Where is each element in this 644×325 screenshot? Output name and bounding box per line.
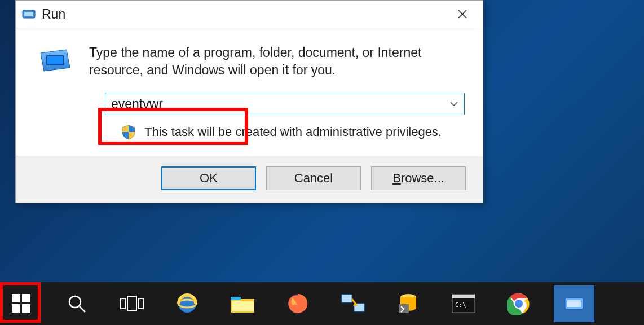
internet-explorer-icon[interactable]: [167, 285, 208, 322]
run-taskbar-icon[interactable]: [554, 285, 594, 322]
close-button[interactable]: [445, 2, 479, 27]
open-combobox[interactable]: [105, 93, 465, 115]
firefox-icon[interactable]: [277, 285, 318, 322]
svg-rect-6: [12, 304, 20, 313]
svg-rect-11: [139, 298, 143, 309]
run-dialog: Run Type the name of a program, fol: [15, 0, 483, 203]
chevron-down-icon[interactable]: [449, 99, 458, 109]
chrome-icon[interactable]: [499, 285, 539, 322]
svg-rect-22: [452, 295, 475, 298]
svg-text:C:\: C:\: [455, 301, 466, 309]
search-button[interactable]: [56, 285, 97, 322]
command-prompt-icon[interactable]: C:\: [443, 285, 484, 322]
open-input[interactable]: [111, 96, 444, 112]
winscp-icon[interactable]: [333, 285, 373, 322]
run-large-icon: [35, 44, 76, 78]
browse-button[interactable]: Browse...: [371, 166, 466, 190]
shield-icon: [121, 124, 136, 140]
admin-privileges-text: This task will be created with administr…: [144, 125, 442, 139]
svg-rect-14: [232, 301, 254, 311]
svg-rect-7: [22, 304, 30, 313]
titlebar[interactable]: Run: [16, 1, 483, 28]
svg-rect-9: [121, 298, 125, 309]
dialog-footer: OK Cancel Browse...: [16, 156, 483, 203]
instruction-text: Type the name of a program, folder, docu…: [89, 44, 450, 79]
run-icon: [21, 8, 36, 20]
taskbar[interactable]: C:\: [0, 282, 644, 325]
ssms-icon[interactable]: [388, 285, 429, 322]
start-button[interactable]: [1, 285, 42, 322]
svg-rect-28: [567, 300, 581, 307]
svg-rect-4: [12, 294, 20, 302]
ok-button[interactable]: OK: [161, 166, 256, 190]
svg-rect-3: [47, 56, 63, 64]
cancel-button[interactable]: Cancel: [266, 166, 361, 190]
svg-rect-1: [24, 12, 33, 16]
file-explorer-icon[interactable]: [222, 285, 263, 322]
task-view-button[interactable]: [112, 285, 152, 322]
svg-rect-17: [342, 295, 352, 302]
svg-rect-10: [127, 296, 136, 311]
svg-rect-15: [231, 297, 241, 300]
dialog-title: Run: [42, 7, 445, 22]
svg-point-8: [69, 296, 81, 308]
svg-rect-5: [22, 294, 30, 302]
